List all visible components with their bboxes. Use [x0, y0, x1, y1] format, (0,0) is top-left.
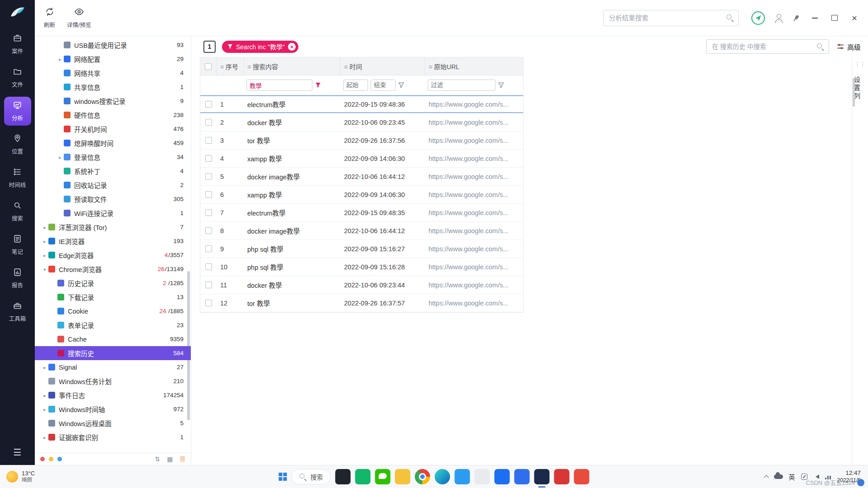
- menu-icon[interactable]: [14, 447, 22, 458]
- tree-item[interactable]: Cache 9359: [35, 332, 191, 346]
- expand-arrow-icon[interactable]: ▸: [57, 155, 64, 160]
- refresh-button[interactable]: 刷新: [44, 7, 55, 29]
- taskbar-app-icon[interactable]: [375, 469, 391, 484]
- sidebar-item-analysis[interactable]: 分析: [4, 97, 31, 126]
- row-checkbox[interactable]: [205, 282, 212, 288]
- taskbar-app-icon[interactable]: [554, 469, 570, 484]
- column-header-content[interactable]: 搜索内容: [244, 57, 340, 75]
- tray-expand-icon[interactable]: [764, 475, 769, 480]
- table-scrollbar[interactable]: [853, 78, 855, 107]
- url-filter-icon[interactable]: [498, 82, 504, 88]
- end-time-filter-input[interactable]: [371, 80, 396, 91]
- taskbar-search[interactable]: 搜索: [292, 469, 331, 484]
- remove-filter-icon[interactable]: [288, 43, 296, 51]
- taskbar-app-icon[interactable]: [355, 469, 371, 484]
- table-row[interactable]: 6 xampp 教學 2022-09-09 14:06:30 https://w…: [200, 186, 523, 204]
- global-search-input[interactable]: [608, 14, 726, 22]
- taskbar-app-icon[interactable]: [534, 469, 550, 484]
- expand-arrow-icon[interactable]: ▸: [41, 239, 48, 244]
- taskbar-app-icon[interactable]: [514, 469, 530, 484]
- start-time-filter-input[interactable]: [343, 80, 368, 91]
- search-icon[interactable]: [726, 14, 734, 22]
- tree-item[interactable]: 硬件信息 238: [35, 108, 191, 122]
- pin-icon[interactable]: [790, 12, 802, 23]
- expand-arrow-icon[interactable]: ▸: [57, 56, 64, 62]
- tree-item[interactable]: WiFi连接记录 1: [35, 206, 191, 220]
- tab-1[interactable]: 1: [203, 41, 216, 53]
- table-row[interactable]: 1 electrum教學 2022-09-15 09:48:36 https:/…: [200, 95, 523, 113]
- row-checkbox[interactable]: [205, 119, 212, 126]
- user-account-icon[interactable]: [774, 14, 783, 23]
- start-button[interactable]: [279, 473, 287, 481]
- blue-dot-filter[interactable]: [57, 457, 62, 461]
- column-header-url[interactable]: 原始URL: [425, 57, 523, 75]
- tree-item[interactable]: 共享信息 1: [35, 80, 191, 94]
- table-row[interactable]: 12 tor 教學 2022-09-26 16:37:57 https://ww…: [200, 294, 523, 312]
- tree-item[interactable]: 搜索历史 584: [35, 346, 191, 360]
- network-icon[interactable]: [825, 474, 831, 479]
- sidebar-item-case[interactable]: 案件: [4, 30, 31, 59]
- advanced-search-button[interactable]: 高级: [836, 42, 861, 52]
- table-row[interactable]: 10 php sql 教學 2022-09-09 15:16:28 https:…: [200, 258, 523, 276]
- row-checkbox[interactable]: [205, 300, 212, 306]
- search-icon[interactable]: [816, 43, 824, 51]
- search-filter-chip[interactable]: Search inc "教學": [222, 41, 298, 53]
- sidebar-item-toolbox[interactable]: 工具箱: [4, 297, 31, 326]
- row-checkbox[interactable]: [205, 209, 212, 216]
- tree-item[interactable]: USB最近使用记录 93: [35, 38, 191, 52]
- tree-item[interactable]: Cookie 24 /1885: [35, 304, 191, 318]
- url-filter-input[interactable]: [428, 80, 495, 91]
- tree-item[interactable]: ▾ Chrome浏览器 26/13149: [35, 262, 191, 276]
- speaker-icon[interactable]: [813, 474, 819, 479]
- tree-item[interactable]: ▸ IE浏览器 193: [35, 234, 191, 248]
- expand-arrow-icon[interactable]: ▸: [41, 435, 48, 440]
- cloud-icon[interactable]: [774, 474, 783, 479]
- taskbar-app-icon[interactable]: [495, 469, 510, 484]
- expand-arrow-icon[interactable]: ▸: [41, 225, 48, 230]
- rail-dots-icon[interactable]: ⋮⋮: [852, 61, 868, 67]
- tree-item[interactable]: ▸ Edge浏览器 4/3557: [35, 248, 191, 262]
- tree-item[interactable]: 开关机时间 476: [35, 122, 191, 136]
- content-filter-icon[interactable]: [315, 82, 321, 88]
- table-search-input[interactable]: [711, 42, 816, 51]
- tree-item[interactable]: 表单记录 23: [35, 318, 191, 332]
- taskbar-app-icon[interactable]: [395, 469, 410, 484]
- input-language-indicator[interactable]: 英: [789, 472, 795, 481]
- tree-item[interactable]: 历史记录 2 /1285: [35, 276, 191, 290]
- split-view-icon[interactable]: ⇅: [155, 455, 160, 463]
- select-all-checkbox[interactable]: [205, 63, 212, 70]
- tree-item[interactable]: ▸ 证据嵌套识别 1: [35, 430, 191, 444]
- table-row[interactable]: 5 docker image教學 2022-10-06 16:44:12 htt…: [200, 168, 523, 186]
- grid-view-icon[interactable]: ▦: [167, 455, 173, 463]
- taskbar-app-icon[interactable]: [455, 469, 470, 484]
- tree-item[interactable]: Windows远程桌面 5: [35, 416, 191, 430]
- connection-status-icon[interactable]: [751, 11, 765, 25]
- tree-item[interactable]: 网络共享 4: [35, 66, 191, 80]
- column-header-num[interactable]: 序号: [217, 57, 244, 75]
- tree-item[interactable]: ▸ 网络配置 29: [35, 52, 191, 66]
- tree-item[interactable]: 下载记录 13: [35, 290, 191, 304]
- taskbar-app-icon[interactable]: [435, 469, 450, 484]
- time-filter-icon[interactable]: [398, 82, 404, 88]
- table-row[interactable]: 7 electrum教學 2022-09-15 09:48:35 https:/…: [200, 204, 523, 222]
- red-dot-filter[interactable]: [40, 457, 45, 461]
- expand-arrow-icon[interactable]: ▾: [41, 267, 48, 272]
- tree-item[interactable]: windows搜索记录 9: [35, 94, 191, 108]
- pen-input-icon[interactable]: [801, 474, 807, 480]
- row-checkbox[interactable]: [205, 227, 212, 234]
- tree-item[interactable]: 熄屏唤醒时间 459: [35, 136, 191, 150]
- table-row[interactable]: 3 tor 教學 2022-09-26 16:37:56 https://www…: [200, 131, 523, 150]
- content-filter-input[interactable]: [246, 80, 312, 91]
- tree-item[interactable]: 预读取文件 305: [35, 192, 191, 206]
- tree-item[interactable]: 系统补丁 4: [35, 164, 191, 178]
- weather-widget[interactable]: 13°C 晴朗: [0, 470, 41, 483]
- table-row[interactable]: 9 php sql 教學 2022-09-09 15:16:27 https:/…: [200, 240, 523, 258]
- expand-arrow-icon[interactable]: ▸: [41, 407, 48, 412]
- yellow-dot-filter[interactable]: [49, 457, 53, 461]
- expand-arrow-icon[interactable]: ▸: [41, 253, 48, 258]
- taskbar-app-icon[interactable]: [475, 469, 490, 484]
- tree-item[interactable]: 回收站记录 2: [35, 178, 191, 192]
- sidebar-item-notes[interactable]: 笔记: [4, 230, 31, 259]
- table-row[interactable]: 8 docker image教學 2022-10-06 16:44:12 htt…: [200, 222, 523, 240]
- row-checkbox[interactable]: [205, 191, 212, 198]
